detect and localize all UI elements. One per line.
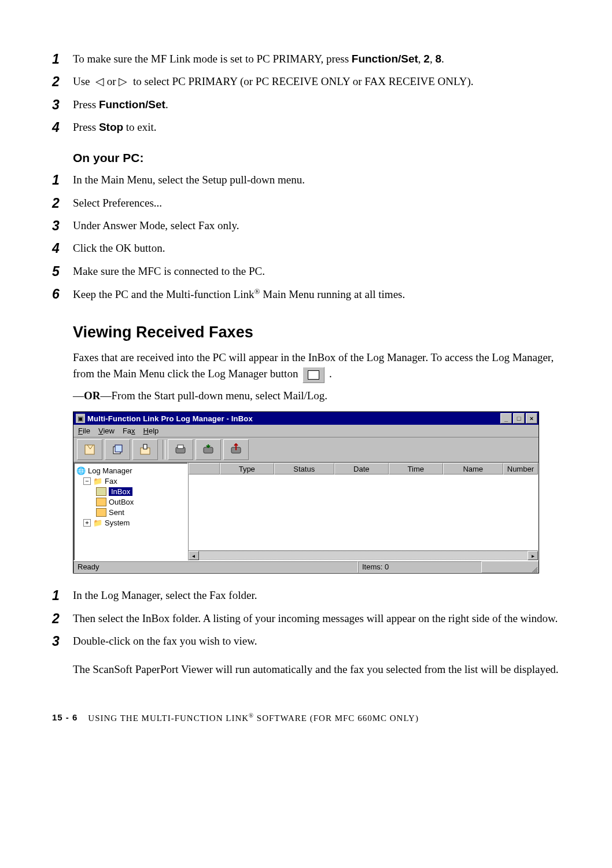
status-ready: Ready — [73, 561, 358, 573]
tree-inbox[interactable]: InBox — [76, 486, 185, 496]
menu-fax[interactable]: Fax — [123, 426, 135, 435]
resize-grip-icon[interactable] — [527, 561, 539, 573]
column-headers: Type Status Date Time Name Number — [189, 463, 538, 475]
col-type[interactable]: Type — [220, 463, 274, 475]
step-number: 4 — [52, 239, 73, 258]
col-number[interactable]: Number — [503, 463, 538, 475]
page-footer: 15 - 6 USING THE MULTI-FUNCTION LINK® SO… — [52, 712, 560, 723]
step-text: Then select the InBox folder. A listing … — [73, 609, 560, 627]
step-number: 1 — [52, 171, 73, 190]
col-time[interactable]: Time — [389, 463, 443, 475]
scroll-right-icon[interactable]: ▸ — [528, 551, 538, 560]
closing-paragraph: The ScanSoft PaperPort Viewer will run a… — [73, 661, 560, 678]
step-number: 2 — [52, 72, 73, 91]
scroll-left-icon[interactable]: ◂ — [189, 551, 199, 560]
toolbar-button-2[interactable] — [105, 439, 130, 460]
step-number: 3 — [52, 95, 73, 115]
step-text: Click the OK button. — [73, 239, 560, 256]
step-number: 1 — [52, 586, 73, 605]
maximize-button[interactable]: □ — [513, 413, 525, 424]
section-paragraph: Faxes that are received into the PC will… — [73, 350, 560, 382]
menubar: File View Fax Help — [73, 425, 539, 437]
step-number: 6 — [52, 285, 73, 304]
toolbar-button-5[interactable] — [196, 439, 221, 460]
step-text: Double-click on the fax you wish to view… — [73, 632, 560, 649]
step-number: 5 — [52, 262, 73, 281]
toolbar-button-1[interactable] — [77, 439, 102, 460]
tree-root[interactable]: 🌐Log Manager — [76, 465, 185, 476]
folder-icon — [96, 508, 106, 517]
col-name[interactable]: Name — [443, 463, 503, 475]
col-blank[interactable] — [189, 463, 220, 475]
window-title: Multi-Function Link Pro Log Manager - In… — [87, 414, 500, 423]
step-number: 3 — [52, 632, 73, 651]
or-line: —OR—From the Start pull-down menu, selec… — [73, 388, 560, 404]
step-text: To make sure the MF Link mode is set to … — [73, 50, 560, 67]
tree-fax[interactable]: −📁Fax — [76, 476, 185, 486]
toolbar-button-6[interactable] — [223, 439, 249, 460]
toolbar — [73, 437, 539, 462]
tree-outbox[interactable]: OutBox — [76, 496, 185, 507]
menu-file[interactable]: File — [78, 426, 90, 435]
minimize-button[interactable]: _ — [500, 413, 512, 424]
step-text: Use ◁ or ▷ to select PC PRIMARY (or PC R… — [73, 72, 560, 90]
section-heading: Viewing Received Faxes — [73, 323, 560, 341]
col-date[interactable]: Date — [334, 463, 389, 475]
tree-sent[interactable]: Sent — [76, 507, 185, 517]
page-number: 15 - 6 — [52, 712, 78, 723]
status-items: Items: 0 — [358, 561, 482, 573]
step-text: Press Stop to exit. — [73, 118, 560, 135]
footer-text: USING THE MULTI-FUNCTION LINK® SOFTWARE … — [88, 712, 419, 723]
step-number: 2 — [52, 609, 73, 628]
toolbar-separator — [163, 440, 165, 459]
step-text: Press Function/Set. — [73, 95, 560, 113]
col-status[interactable]: Status — [274, 463, 334, 475]
step-text: Make sure the MFC is connected to the PC… — [73, 262, 560, 279]
statusbar: Ready Items: 0 — [73, 561, 539, 573]
horizontal-scrollbar[interactable]: ◂ ▸ — [189, 550, 538, 560]
close-button[interactable]: × — [526, 413, 537, 424]
steps-view-fax: 1In the Log Manager, select the Fax fold… — [52, 586, 560, 651]
titlebar: ▣ Multi-Function Link Pro Log Manager - … — [73, 412, 539, 425]
step-text: Under Answer Mode, select Fax only. — [73, 216, 560, 234]
message-list: Type Status Date Time Name Number ◂ ▸ — [188, 462, 539, 561]
tree-system[interactable]: +📁System — [76, 517, 185, 528]
step-number: 1 — [52, 50, 73, 69]
svg-rect-0 — [85, 445, 94, 454]
steps-on-pc: 1In the Main Menu, select the Setup pull… — [52, 171, 560, 304]
folder-icon — [96, 498, 106, 506]
list-body[interactable] — [189, 475, 538, 550]
steps-mf-link: 1 To make sure the MF Link mode is set t… — [52, 50, 560, 137]
svg-rect-6 — [178, 445, 183, 448]
step-text: In the Log Manager, select the Fax folde… — [73, 586, 560, 604]
log-manager-window: ▣ Multi-Function Link Pro Log Manager - … — [73, 411, 539, 573]
svg-rect-7 — [204, 447, 213, 453]
log-manager-button-icon — [303, 367, 325, 383]
svg-rect-2 — [115, 445, 122, 452]
folder-tree[interactable]: 🌐Log Manager −📁Fax InBox OutBox Sent +📁S… — [73, 462, 188, 561]
toolbar-button-4[interactable] — [168, 439, 193, 460]
menu-help[interactable]: Help — [143, 426, 159, 435]
step-number: 4 — [52, 118, 73, 137]
svg-rect-4 — [143, 444, 147, 449]
app-icon: ▣ — [76, 414, 85, 423]
folder-open-icon — [96, 487, 106, 496]
toolbar-button-3[interactable] — [132, 439, 158, 460]
step-number: 2 — [52, 194, 73, 213]
step-text: Keep the PC and the Multi-function Link®… — [73, 285, 560, 303]
subheading-on-your-pc: On your PC: — [73, 151, 560, 165]
step-number: 3 — [52, 216, 73, 236]
step-text: Select Preferences... — [73, 194, 560, 211]
step-text: In the Main Menu, select the Setup pull-… — [73, 171, 560, 188]
menu-view[interactable]: View — [98, 426, 115, 435]
